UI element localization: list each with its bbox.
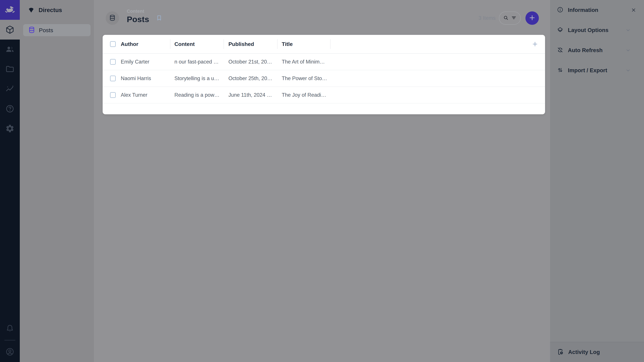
- layers-icon: [557, 26, 564, 34]
- breadcrumb[interactable]: Content: [127, 9, 149, 14]
- sync-disabled-icon: [557, 46, 564, 54]
- navigation-panel: Directus Posts: [20, 0, 94, 362]
- close-icon: [631, 7, 636, 13]
- sidebar-section-label: Layout Options: [568, 27, 608, 33]
- right-sidebar: Information Layout Options: [550, 0, 644, 362]
- cell-published: June 11th, 2024 …: [228, 92, 277, 98]
- sidebar-section-label: Import / Export: [568, 67, 607, 73]
- items-table: Author Content Published Title Emily Car…: [103, 35, 545, 114]
- cell-author: Alex Turner: [121, 92, 170, 98]
- table-row[interactable]: Emily Carter n our fast-paced … October …: [103, 54, 545, 70]
- row-select-cell: [103, 92, 121, 98]
- search-icon[interactable]: [503, 15, 509, 21]
- nav-item-posts[interactable]: Posts: [23, 24, 90, 36]
- notifications-button[interactable]: [0, 319, 20, 339]
- sidebar-section-label: Auto Refresh: [568, 47, 602, 53]
- module-bar-divider: [4, 340, 16, 341]
- database-icon: [109, 14, 116, 22]
- module-settings[interactable]: [0, 119, 20, 138]
- swap-vert-icon: [557, 67, 564, 74]
- table-row[interactable]: Alex Turner Reading is a pow… June 11th,…: [103, 87, 545, 103]
- project-header[interactable]: Directus: [20, 0, 94, 20]
- collection-icon-button[interactable]: [106, 11, 119, 25]
- select-all-checkbox[interactable]: [110, 41, 116, 47]
- row-select-cell: [103, 76, 121, 81]
- cell-title: The Art of Minim…: [282, 59, 330, 65]
- column-header-published[interactable]: Published: [224, 41, 277, 47]
- module-bar: [0, 0, 20, 362]
- insights-icon: [5, 84, 14, 94]
- cell-content: n our fast-paced …: [174, 59, 224, 65]
- directus-app: Directus Posts: [0, 0, 644, 362]
- table-header-row: Author Content Published Title: [103, 35, 545, 54]
- row-checkbox[interactable]: [110, 76, 116, 81]
- column-header-author[interactable]: Author: [121, 41, 170, 47]
- module-file-library[interactable]: [0, 59, 20, 79]
- table-row[interactable]: Naomi Harris Storytelling is a u… Octobe…: [103, 70, 545, 87]
- database-icon: [28, 26, 36, 34]
- nav-item-label: Posts: [39, 27, 53, 33]
- rabbit-logo-icon: [4, 4, 16, 16]
- title-block: Content Posts: [127, 9, 149, 24]
- module-documentation[interactable]: [0, 99, 20, 119]
- users-icon: [5, 45, 14, 54]
- help-icon: [5, 104, 14, 113]
- items-count: 3 Items: [478, 0, 496, 36]
- chevron-down-icon[interactable]: [625, 47, 631, 53]
- sidebar-section-information[interactable]: Information: [550, 0, 644, 20]
- create-item-button[interactable]: [526, 11, 539, 25]
- cube-icon: [5, 25, 14, 34]
- chevron-down-icon[interactable]: [625, 27, 631, 33]
- column-header-content[interactable]: Content: [170, 41, 224, 47]
- activity-log-label: Activity Log: [568, 349, 600, 355]
- directus-project-icon: [28, 6, 35, 14]
- cell-author: Naomi Harris: [121, 75, 170, 81]
- sidebar-section-layout-options[interactable]: Layout Options: [550, 20, 644, 40]
- header-spacer: [330, 35, 545, 53]
- column-header-title[interactable]: Title: [277, 41, 330, 47]
- filter-icon[interactable]: [511, 15, 517, 21]
- cell-author: Emily Carter: [121, 59, 170, 65]
- page-title: Posts: [127, 14, 149, 24]
- module-insights[interactable]: [0, 79, 20, 99]
- directus-logo-tile[interactable]: [0, 0, 20, 20]
- chevron-down-icon[interactable]: [625, 67, 631, 73]
- cell-content: Reading is a pow…: [174, 92, 224, 98]
- sidebar-section-import-export[interactable]: Import / Export: [550, 60, 644, 80]
- cell-title: The Joy of Readi…: [282, 92, 330, 98]
- cell-content: Storytelling is a u…: [174, 75, 224, 81]
- row-checkbox[interactable]: [110, 92, 116, 98]
- module-content[interactable]: [0, 20, 20, 39]
- close-sidebar-button[interactable]: [631, 7, 636, 13]
- info-icon: [557, 6, 564, 14]
- page-header: Content Posts 3 Items: [94, 0, 550, 36]
- row-select-cell: [103, 59, 121, 65]
- main-content: Content Posts 3 Items: [94, 0, 550, 362]
- module-user-directory[interactable]: [0, 39, 20, 59]
- select-all-cell: [103, 41, 121, 47]
- clipboard-clock-icon: [557, 348, 564, 356]
- cell-title: The Power of Sto…: [282, 75, 330, 81]
- sidebar-section-auto-refresh[interactable]: Auto Refresh: [550, 40, 644, 60]
- activity-log-button[interactable]: Activity Log: [550, 342, 644, 362]
- cell-published: October 25th, 20…: [228, 75, 277, 81]
- row-checkbox[interactable]: [110, 59, 116, 65]
- project-name: Directus: [38, 7, 62, 13]
- bookmark-icon: [156, 19, 163, 22]
- add-column-button[interactable]: [532, 41, 538, 47]
- bookmark-button[interactable]: [156, 14, 163, 22]
- account-button[interactable]: [0, 342, 20, 362]
- folder-icon: [5, 64, 14, 74]
- gear-icon: [5, 124, 14, 133]
- cell-published: October 21st, 20…: [228, 59, 277, 65]
- plus-icon: [528, 14, 536, 22]
- bell-icon: [5, 324, 14, 333]
- sidebar-section-label: Information: [568, 7, 598, 13]
- account-circle-icon: [5, 347, 14, 357]
- search-filter-pill[interactable]: [499, 11, 521, 25]
